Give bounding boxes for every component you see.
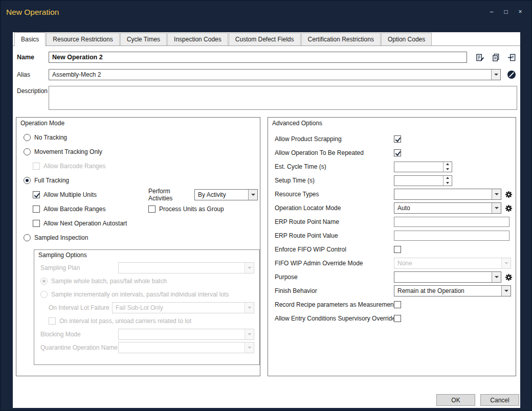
tab-resource-restrictions[interactable]: Resource Restrictions xyxy=(46,33,119,45)
radio-no-tracking[interactable] xyxy=(24,134,31,141)
barcode-group-row: Allow Barcode Ranges Process Units as Gr… xyxy=(24,204,258,214)
checkbox-process-units-as-group[interactable] xyxy=(148,206,156,213)
import-icon[interactable] xyxy=(507,53,516,62)
purpose-select[interactable] xyxy=(394,271,501,283)
operation-locator-mode-select[interactable]: Auto xyxy=(394,202,501,214)
movement-tracking-row: Movement Tracking Only xyxy=(24,147,258,156)
quarantine-row: Quarantine Operation Name xyxy=(40,342,254,353)
checkbox-allow-multiple-units[interactable] xyxy=(33,191,40,198)
est-cycle-time-row: Est. Cycle Time (s) xyxy=(275,162,509,172)
advanced-options-body: Allow Product Scrapping Allow Operation … xyxy=(268,128,516,324)
chevron-down-icon[interactable] xyxy=(491,70,500,80)
finish-behavior-select[interactable]: Remain at the Operation xyxy=(394,285,511,296)
tab-option-codes[interactable]: Option Codes xyxy=(381,33,432,45)
edit-text-icon[interactable] xyxy=(476,53,484,62)
name-row: Name xyxy=(17,52,516,63)
blocking-mode-select xyxy=(118,329,254,340)
record-recipe-label: Record Recipe parameters as Measurements xyxy=(275,301,394,308)
erp-route-point-value-row: ERP Route Point Value xyxy=(275,231,509,241)
est-cycle-time-input[interactable] xyxy=(394,162,452,172)
gear-icon[interactable] xyxy=(505,273,513,281)
description-input[interactable] xyxy=(49,86,517,110)
blocking-mode-label: Blocking Mode xyxy=(40,331,81,338)
setup-time-row: Setup Time (s) xyxy=(275,175,509,186)
finish-behavior-row: Finish Behavior Remain at the Operation xyxy=(275,286,509,296)
tab-basics[interactable]: Basics xyxy=(14,32,46,46)
perform-activities-value: By Activity xyxy=(195,191,248,198)
copy-icon[interactable] xyxy=(492,53,500,62)
cancel-button[interactable]: Cancel xyxy=(480,394,519,406)
gear-icon[interactable] xyxy=(505,204,513,212)
name-input[interactable] xyxy=(49,52,467,63)
checkbox-allow-next-operation-autostart[interactable] xyxy=(33,220,40,227)
on-interval-pass-label: On interval lot pass, unload carriers re… xyxy=(59,317,191,325)
checkbox-enforce-fifo-wip-control[interactable] xyxy=(394,246,401,253)
record-recipe-row: Record Recipe parameters as Measurements xyxy=(275,300,509,310)
alias-row: Alias Assembly-Mech 2 xyxy=(17,69,516,80)
full-tracking-row: Full Tracking xyxy=(24,176,258,185)
chevron-down-icon[interactable] xyxy=(492,203,501,213)
next-operation-autostart-row: Allow Next Operation Autostart xyxy=(33,219,258,228)
checkbox-allow-product-scrapping[interactable] xyxy=(394,135,401,143)
spin-up-icon[interactable] xyxy=(444,162,452,167)
whole-batch-label: Sample whole batch, pass/fail whole batc… xyxy=(51,278,167,285)
no-tracking-row: No Tracking xyxy=(24,133,258,142)
movement-barcode-label: Allow Barcode Ranges xyxy=(43,163,105,170)
chevron-down-icon[interactable] xyxy=(248,190,257,200)
allow-multiple-units-label: Allow Multiple Units xyxy=(43,191,97,198)
setup-time-input[interactable] xyxy=(394,175,452,186)
radio-sampled-inspection[interactable] xyxy=(24,234,31,241)
est-cycle-time-label: Est. Cycle Time (s) xyxy=(275,163,394,170)
sampling-plan-row: Sampling Plan xyxy=(40,263,254,273)
quarantine-operation-name-label: Quarantine Operation Name xyxy=(40,344,118,351)
minimize-icon[interactable]: – xyxy=(485,7,498,17)
resource-types-row: Resource Types xyxy=(275,189,509,199)
operation-mode-group: Operation Mode No Tracking Movement Trac… xyxy=(16,117,260,376)
sampled-inspection-row: Sampled Inspection xyxy=(24,233,258,242)
circle-slash-icon[interactable] xyxy=(507,70,516,79)
chevron-down-icon[interactable] xyxy=(492,272,501,282)
chevron-down-icon xyxy=(245,329,254,339)
alias-select[interactable]: Assembly-Mech 2 xyxy=(49,69,501,80)
erp-route-point-value-input[interactable] xyxy=(394,231,509,241)
ok-button[interactable]: OK xyxy=(436,394,475,406)
incremental-row: Sample incrementally on intervals, pass/… xyxy=(40,289,254,300)
checkbox-allow-operation-repeated[interactable] xyxy=(394,149,401,156)
spin-down-icon[interactable] xyxy=(444,167,452,172)
perform-activities-select[interactable]: By Activity xyxy=(194,189,258,200)
close-icon[interactable]: × xyxy=(514,7,526,17)
radio-movement-tracking-only[interactable] xyxy=(24,148,31,155)
spin-down-icon[interactable] xyxy=(444,180,452,186)
allow-operation-repeated-label: Allow Operation To Be Repeated xyxy=(275,149,394,156)
checkbox-record-recipe-parameters[interactable] xyxy=(394,301,401,308)
resource-types-select[interactable] xyxy=(394,189,501,200)
perform-activities-label: Perform Activities xyxy=(148,188,191,202)
quarantine-operation-name-select xyxy=(118,342,254,353)
checkbox-entry-conditions-override[interactable] xyxy=(394,315,401,322)
radio-full-tracking[interactable] xyxy=(24,177,31,184)
tab-certification-restrictions[interactable]: Certification Restrictions xyxy=(301,33,381,45)
allow-next-operation-autostart-label: Allow Next Operation Autostart xyxy=(43,220,127,227)
enforce-fifo-label: Enforce FIFO WIP Control xyxy=(275,246,394,253)
erp-route-point-name-row: ERP Route Point Name xyxy=(275,217,509,227)
on-interval-lot-failure-value: Fail Sub-Lot Only xyxy=(113,304,245,311)
alias-label: Alias xyxy=(17,71,49,78)
tab-cycle-times[interactable]: Cycle Times xyxy=(120,33,167,45)
tab-custom-defect-fields[interactable]: Custom Defect Fields xyxy=(229,33,301,45)
dialog-content: Basics Resource Restrictions Cycle Times… xyxy=(13,32,520,408)
maximize-icon[interactable]: □ xyxy=(500,7,512,17)
allow-product-scrapping-row: Allow Product Scrapping xyxy=(275,134,509,144)
checkbox-movement-allow-barcode-ranges xyxy=(33,163,40,170)
operation-mode-title: Operation Mode xyxy=(16,118,260,128)
chevron-down-icon[interactable] xyxy=(492,189,501,199)
checkbox-on-interval-lot-pass-unload xyxy=(49,317,56,325)
gear-icon[interactable] xyxy=(505,191,513,198)
chevron-down-icon[interactable] xyxy=(501,286,511,296)
erp-route-point-name-input[interactable] xyxy=(394,217,509,227)
checkbox-allow-barcode-ranges[interactable] xyxy=(33,206,40,213)
tab-inspection-codes[interactable]: Inspection Codes xyxy=(167,33,228,45)
window-controls: – □ × xyxy=(485,1,526,23)
alias-value: Assembly-Mech 2 xyxy=(49,71,491,78)
spin-up-icon[interactable] xyxy=(444,176,452,181)
operation-locator-mode-value: Auto xyxy=(394,204,492,212)
